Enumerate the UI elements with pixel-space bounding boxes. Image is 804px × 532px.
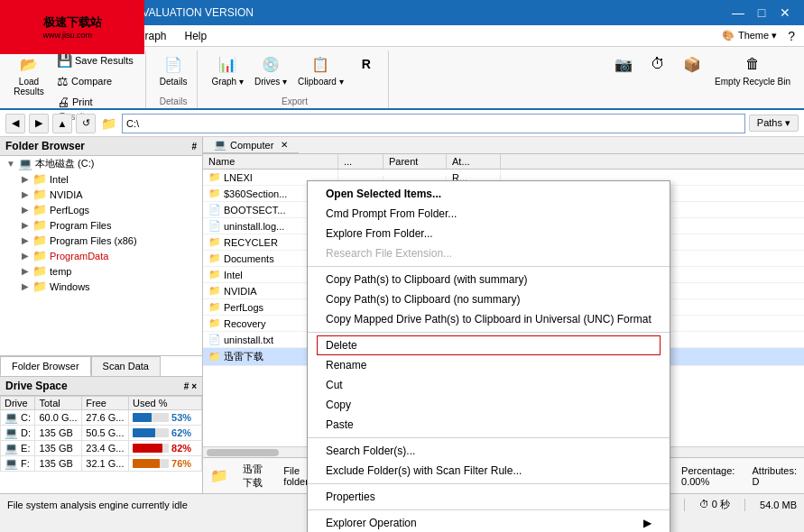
up-button[interactable]: ▲ xyxy=(52,114,72,133)
ctx-item[interactable]: Exclude Folder(s) with Scan Filter Rule.… xyxy=(308,461,670,481)
refresh-button[interactable]: ↺ xyxy=(76,114,96,133)
drive-row[interactable]: 💻 D: 135 GB 50.5 G... 62% xyxy=(1,426,202,441)
drive-row[interactable]: 💻 E: 135 GB 23.4 G... 82% xyxy=(1,441,202,456)
menu-help[interactable]: Help xyxy=(176,25,217,46)
drive-row[interactable]: 💻 F: 135 GB 32.1 G... 76% xyxy=(1,456,202,472)
col-header-dots[interactable]: ... xyxy=(338,154,384,169)
tree-item-perflogs[interactable]: ▶ 📁 PerfLogs xyxy=(0,202,202,217)
r-button[interactable]: R xyxy=(350,50,383,79)
minimize-button[interactable]: — xyxy=(726,4,750,22)
load-results-button[interactable]: 📂 LoadResults xyxy=(9,50,49,99)
ctx-item[interactable]: Open Selected Items... xyxy=(308,184,670,204)
ctx-item[interactable]: Copy Path(s) to Clipboard (no summary) xyxy=(308,289,670,309)
timer-icon: ⏱ xyxy=(647,53,669,75)
bottom-folder-icon: 📁 xyxy=(210,467,228,484)
tree-item-temp[interactable]: ▶ 📁 temp xyxy=(0,263,202,279)
tree-label-temp: temp xyxy=(50,266,71,277)
empty-recycle-button[interactable]: 🗑 Empty Recycle Bin xyxy=(710,50,795,89)
col-header-parent[interactable]: Parent xyxy=(384,154,447,169)
theme-icon: 🎨 xyxy=(722,30,735,41)
drive-space-controls[interactable]: # × xyxy=(184,381,197,391)
sep3 xyxy=(684,499,685,511)
col-drive[interactable]: Drive xyxy=(1,397,35,410)
ctx-item[interactable]: Explore From Folder... xyxy=(308,224,670,243)
tree-item-nvidia[interactable]: ▶ 📁 NVIDIA xyxy=(0,187,202,202)
timer-button[interactable]: ⏱ xyxy=(642,50,674,78)
computer-tab[interactable]: 💻 Computer ✕ xyxy=(203,137,299,153)
camera-button[interactable]: 📷 xyxy=(607,50,640,78)
tree-expand-perflogs[interactable]: ▶ xyxy=(18,205,32,215)
col-header-attr[interactable]: At... xyxy=(447,154,501,169)
ctx-item[interactable]: Copy xyxy=(308,395,670,415)
ctx-item[interactable]: Copy Mapped Drive Path(s) to Clipboard i… xyxy=(308,309,670,329)
drive-total: 135 GB xyxy=(35,456,82,472)
ctx-separator xyxy=(308,483,670,484)
tree-expand-temp[interactable]: ▶ xyxy=(18,266,32,276)
ctx-explorer-operation[interactable]: Explorer Operation▶ xyxy=(308,513,670,532)
watermark: 极速下载站 www.jisu.com xyxy=(0,0,144,54)
ctx-item[interactable]: Cmd Prompt From Folder... xyxy=(308,204,670,224)
drive-used: 82% xyxy=(129,441,202,456)
address-input[interactable] xyxy=(122,114,745,133)
load-icon: 📂 xyxy=(18,53,40,75)
tree-item-programfilesx86[interactable]: ▶ 📁 Program Files (x86) xyxy=(0,233,202,248)
panel-tabs: Folder Browser Scan Data xyxy=(0,355,202,376)
folder-browser-title: Folder Browser xyxy=(5,140,85,152)
ribbon-group-results: 📂 LoadResults 💾 Save Results ⚖ Compare 🖨… xyxy=(4,50,146,108)
details-button[interactable]: 📄 Details xyxy=(155,50,192,89)
col-free[interactable]: Free xyxy=(82,397,129,410)
graph-button[interactable]: 📊 Graph ▾ xyxy=(207,50,248,89)
tree-label-perflogs: PerfLogs xyxy=(50,205,89,216)
tree-item-windows[interactable]: ▶ 📁 Windows xyxy=(0,279,202,294)
ctx-item[interactable]: Rename xyxy=(308,355,670,375)
folder-icon-perflogs: 📁 xyxy=(32,203,47,216)
ctx-item[interactable]: Paste xyxy=(308,415,670,435)
folder-icon-programfiles: 📁 xyxy=(32,218,47,232)
folder-icon-programdata: 📁 xyxy=(32,249,47,262)
tree-expand-programfiles[interactable]: ▶ xyxy=(18,220,32,230)
tree-area: ▼ 💻 本地磁盘 (C:) ▶ 📁 Intel ▶ 📁 NVIDIA xyxy=(0,156,202,355)
tree-expand-nvidia[interactable]: ▶ xyxy=(18,189,32,199)
col-total[interactable]: Total xyxy=(35,397,82,410)
maximize-button[interactable]: □ xyxy=(750,4,773,22)
col-used[interactable]: Used % xyxy=(129,397,202,410)
folder-icon-intel: 📁 xyxy=(32,172,47,186)
ctx-item[interactable]: Search Folder(s)... xyxy=(308,441,670,461)
ctx-item[interactable]: Cut xyxy=(308,375,670,395)
panel-pin[interactable]: # xyxy=(191,142,197,151)
drive-space-header: Drive Space # × xyxy=(0,377,202,396)
hscroll-thumb[interactable] xyxy=(207,449,279,456)
ctx-item[interactable]: Copy Path(s) to Clipboard (with summary) xyxy=(308,270,670,289)
col-header-name[interactable]: Name xyxy=(203,154,338,169)
tree-expand-programdata[interactable]: ▶ xyxy=(18,251,32,261)
ctx-item[interactable]: Properties xyxy=(308,487,670,507)
paths-button[interactable]: Paths ▾ xyxy=(749,115,799,132)
drives-button[interactable]: 💿 Drives ▾ xyxy=(250,50,291,89)
tab-scan-data[interactable]: Scan Data xyxy=(91,356,161,376)
compare-button[interactable]: ⚖ Compare xyxy=(51,71,140,91)
theme-button[interactable]: 🎨 Theme ▾ xyxy=(716,30,782,41)
close-tab-icon[interactable]: ✕ xyxy=(281,140,288,150)
help-icon[interactable]: ? xyxy=(782,29,800,43)
bottom-percentage: Percentage: 0.00% xyxy=(681,465,737,487)
tree-expand-windows[interactable]: ▶ xyxy=(18,281,32,291)
tree-label-windows: Windows xyxy=(50,281,90,292)
tree-expand-root[interactable]: ▼ xyxy=(4,159,18,169)
clipboard-button[interactable]: 📋 Clipboard ▾ xyxy=(293,50,348,89)
tree-expand-programfilesx86[interactable]: ▶ xyxy=(18,235,32,245)
tree-item-programdata[interactable]: ▶ 📁 ProgramData xyxy=(0,248,202,263)
forward-button[interactable]: ▶ xyxy=(29,114,49,133)
package-button[interactable]: 📦 xyxy=(676,50,708,78)
tree-item-intel[interactable]: ▶ 📁 Intel xyxy=(0,171,202,187)
tree-expand-intel[interactable]: ▶ xyxy=(18,174,32,184)
close-button[interactable]: ✕ xyxy=(773,4,797,22)
back-button[interactable]: ◀ xyxy=(5,114,25,133)
ctx-delete-item[interactable]: Delete xyxy=(308,335,670,355)
tree-item-programfiles[interactable]: ▶ 📁 Program Files xyxy=(0,217,202,233)
tab-folder-browser[interactable]: Folder Browser xyxy=(0,356,91,376)
print-button[interactable]: 🖨 Print xyxy=(51,92,140,112)
folder-browser-header: Folder Browser # xyxy=(0,137,202,156)
tree-item-root[interactable]: ▼ 💻 本地磁盘 (C:) xyxy=(0,156,202,171)
drive-row[interactable]: 💻 C: 60.0 G... 27.6 G... 53% xyxy=(1,410,202,426)
details-label: Details xyxy=(160,96,188,108)
